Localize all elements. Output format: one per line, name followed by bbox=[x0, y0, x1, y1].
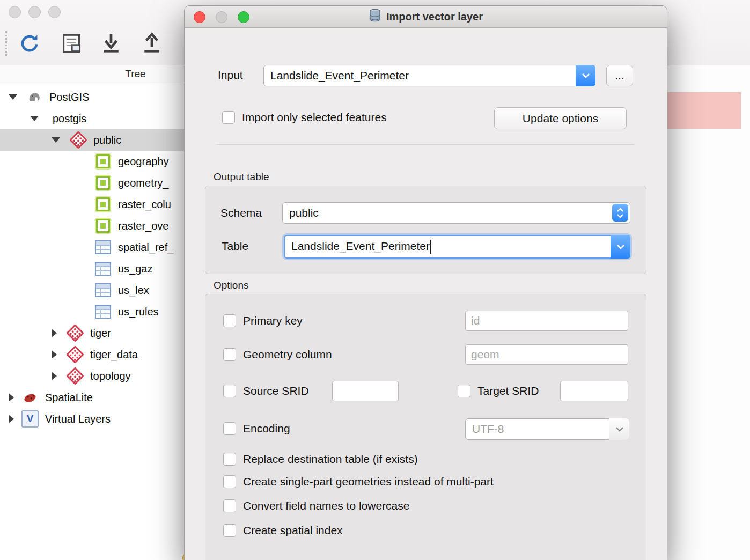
geometry-column-checkbox[interactable] bbox=[223, 348, 236, 361]
encoding-combobox[interactable]: UTF-8 bbox=[465, 418, 629, 440]
output-table-group bbox=[205, 186, 646, 274]
tree-item-label: us_lex bbox=[118, 284, 149, 297]
tree-item-label: tiger bbox=[90, 327, 111, 340]
tree-item-label: raster_colu bbox=[118, 198, 171, 211]
tree-item-label: public bbox=[93, 134, 121, 146]
disclosure-triangle-icon[interactable] bbox=[52, 372, 57, 380]
minimize-window-button[interactable] bbox=[28, 6, 41, 18]
toolbar-drag-handle[interactable] bbox=[5, 31, 7, 56]
dialog-titlebar[interactable]: Import vector layer bbox=[185, 6, 667, 28]
export-layer-icon[interactable] bbox=[138, 30, 165, 57]
primary-key-label: Primary key bbox=[243, 314, 303, 327]
zoom-dialog-button[interactable] bbox=[238, 11, 249, 23]
schema-icon bbox=[67, 347, 84, 363]
virtual-layers-icon bbox=[21, 410, 39, 428]
single-part-row: Create single-part geometries instead of… bbox=[223, 471, 494, 492]
disclosure-triangle-icon[interactable] bbox=[52, 329, 57, 337]
replace-table-checkbox[interactable] bbox=[223, 453, 236, 466]
source-srid-label: Source SRID bbox=[243, 385, 309, 397]
zoom-window-button[interactable] bbox=[48, 6, 61, 18]
disclosure-triangle-icon[interactable] bbox=[9, 94, 17, 100]
spatial-index-label: Create spatial index bbox=[243, 524, 343, 537]
target-srid-row: Target SRID bbox=[458, 380, 539, 402]
import-layer-icon[interactable] bbox=[98, 30, 124, 57]
disclosure-triangle-icon[interactable] bbox=[9, 393, 14, 402]
tree-item-label: geography bbox=[118, 156, 169, 168]
tree-item-label: SpatiaLite bbox=[45, 392, 93, 404]
primary-key-checkbox[interactable] bbox=[223, 314, 236, 327]
close-window-button[interactable] bbox=[9, 6, 21, 18]
minimize-dialog-button[interactable] bbox=[216, 11, 227, 23]
target-srid-field[interactable] bbox=[560, 381, 628, 401]
refresh-icon[interactable] bbox=[16, 30, 43, 57]
tree-item-label: postgis bbox=[53, 113, 86, 125]
replace-table-label: Replace destination table (if exists) bbox=[243, 453, 418, 466]
input-label: Input bbox=[218, 69, 243, 82]
chevron-down-icon[interactable] bbox=[609, 418, 629, 440]
postgis-icon bbox=[26, 89, 43, 105]
table-icon bbox=[94, 304, 112, 320]
dialog-title: Import vector layer bbox=[386, 11, 483, 23]
import-only-selected-checkbox[interactable] bbox=[222, 111, 235, 124]
target-srid-label: Target SRID bbox=[477, 385, 539, 397]
window-traffic-lights bbox=[9, 6, 61, 18]
source-srid-field[interactable] bbox=[332, 381, 399, 401]
input-combobox[interactable]: Landslide_Event_Perimeter bbox=[263, 65, 595, 86]
geometry-layer-icon bbox=[94, 175, 112, 191]
tree-item-label: geometry_ bbox=[118, 177, 169, 189]
lowercase-row: Convert field names to lowercase bbox=[223, 495, 409, 517]
stepper-icon[interactable] bbox=[612, 204, 628, 222]
import-vector-layer-dialog: Import vector layer Input Landslide_Even… bbox=[184, 5, 667, 560]
chevron-down-icon[interactable] bbox=[611, 235, 630, 259]
geometry-layer-icon bbox=[94, 153, 112, 170]
spatialite-icon bbox=[21, 389, 39, 406]
geometry-layer-icon bbox=[94, 196, 112, 212]
lowercase-label: Convert field names to lowercase bbox=[243, 499, 409, 512]
update-options-button[interactable]: Update options bbox=[494, 107, 627, 129]
tree-item-label: us_gaz bbox=[118, 263, 153, 275]
dialog-traffic-lights bbox=[194, 11, 249, 23]
divider bbox=[217, 144, 634, 145]
tree-item-label: spatial_ref_ bbox=[118, 241, 173, 254]
lowercase-checkbox[interactable] bbox=[223, 499, 236, 512]
options-group-label: Options bbox=[214, 279, 248, 291]
chevron-down-icon[interactable] bbox=[576, 65, 595, 86]
encoding-combobox-value: UTF-8 bbox=[466, 423, 609, 436]
source-srid-row: Source SRID bbox=[223, 380, 309, 402]
single-part-checkbox[interactable] bbox=[223, 475, 236, 488]
schema-combobox[interactable]: public bbox=[282, 202, 630, 224]
geometry-column-row: Geometry column bbox=[223, 344, 332, 365]
disclosure-triangle-icon[interactable] bbox=[30, 116, 39, 121]
table-label: Table bbox=[222, 240, 248, 253]
import-only-selected-row: Import only selected features bbox=[222, 107, 387, 128]
output-table-group-label: Output table bbox=[214, 171, 269, 183]
primary-key-field[interactable] bbox=[465, 311, 628, 331]
target-srid-checkbox[interactable] bbox=[458, 385, 470, 397]
tree-item-label: us_rules bbox=[118, 306, 159, 318]
tree-item-label: Virtual Layers bbox=[45, 413, 111, 425]
primary-key-row: Primary key bbox=[223, 310, 303, 331]
schema-label: Schema bbox=[220, 207, 262, 219]
text-cursor bbox=[430, 240, 431, 254]
disclosure-triangle-icon[interactable] bbox=[52, 350, 57, 359]
spatial-index-checkbox[interactable] bbox=[223, 524, 236, 537]
encoding-checkbox[interactable] bbox=[223, 422, 236, 435]
geometry-column-field[interactable] bbox=[465, 344, 628, 365]
schema-icon bbox=[67, 368, 84, 384]
single-part-label: Create single-part geometries instead of… bbox=[243, 475, 494, 488]
table-icon bbox=[94, 261, 112, 277]
replace-table-row: Replace destination table (if exists) bbox=[223, 448, 418, 470]
source-srid-checkbox[interactable] bbox=[223, 385, 236, 397]
table-combobox[interactable]: Landslide_Event_Perimeter bbox=[284, 235, 630, 259]
table-icon bbox=[94, 282, 112, 298]
disclosure-triangle-icon[interactable] bbox=[52, 137, 60, 143]
geometry-layer-icon bbox=[94, 218, 112, 234]
geometry-column-label: Geometry column bbox=[243, 348, 332, 361]
browse-button-label: ... bbox=[615, 69, 624, 82]
browse-button[interactable]: ... bbox=[606, 65, 633, 86]
highlighted-cell-block bbox=[666, 92, 741, 129]
sql-window-icon[interactable] bbox=[58, 30, 85, 57]
close-dialog-button[interactable] bbox=[194, 11, 205, 23]
schema-combobox-value: public bbox=[283, 207, 630, 219]
disclosure-triangle-icon[interactable] bbox=[9, 415, 14, 423]
